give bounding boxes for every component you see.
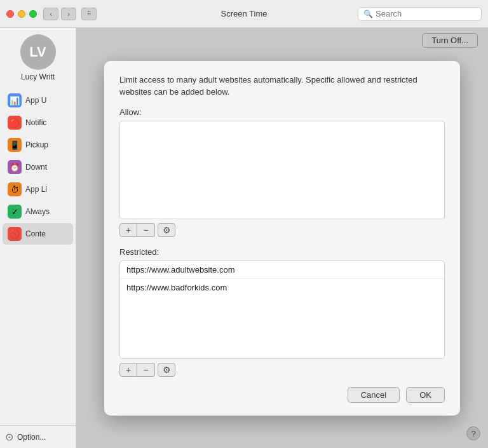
sidebar: LV Lucy Writt 📊App U🔴Notific📱Pickup⏰Down… — [0, 28, 76, 448]
restricted-gear-button[interactable]: ⚙ — [158, 363, 175, 377]
content-area: Turn Off... Limit access to many adult w… — [76, 28, 488, 448]
restricted-list[interactable]: https://www.adultwebsite.comhttps://www.… — [119, 261, 445, 359]
nav-buttons: ‹ › — [43, 8, 76, 20]
sidebar-item-content[interactable]: 🚫Conte — [3, 223, 73, 245]
close-button[interactable] — [6, 10, 14, 18]
back-button[interactable]: ‹ — [43, 8, 58, 20]
app-usage-icon: 📊 — [8, 93, 22, 107]
modal-buttons: Cancel OK — [119, 387, 445, 403]
restricted-list-controls: + − ⚙ — [119, 363, 445, 377]
search-icon: 🔍 — [363, 10, 373, 18]
restricted-label: Restricted: — [119, 247, 445, 257]
window-title: Screen Time — [221, 9, 268, 18]
app-limits-icon: ⏱ — [8, 182, 22, 196]
sidebar-label-downtime: Downt — [25, 163, 47, 172]
sidebar-item-app-usage[interactable]: 📊App U — [3, 90, 73, 111]
restricted-remove-button[interactable]: − — [137, 363, 155, 377]
sidebar-items: 📊App U🔴Notific📱Pickup⏰Downt⏱App Li✓Alway… — [0, 89, 76, 425]
search-input[interactable] — [376, 9, 476, 18]
modal-overlay: Limit access to many adult websites auto… — [76, 28, 488, 448]
downtime-icon: ⏰ — [8, 160, 22, 174]
cancel-button[interactable]: Cancel — [348, 387, 400, 403]
allow-gear-button[interactable]: ⚙ — [158, 223, 175, 237]
sidebar-label-pickups: Pickup — [25, 140, 48, 149]
modal-description: Limit access to many adult websites auto… — [119, 74, 445, 98]
user-name: Lucy Writt — [0, 72, 76, 81]
sidebar-item-notifications[interactable]: 🔴Notific — [3, 112, 73, 133]
sidebar-label-always-on: Always — [25, 207, 50, 216]
notifications-icon: 🔴 — [8, 116, 22, 130]
avatar: LV — [20, 34, 56, 70]
allow-remove-button[interactable]: − — [137, 223, 155, 237]
grid-button[interactable]: ⠿ — [81, 8, 97, 20]
sidebar-item-downtime[interactable]: ⏰Downt — [3, 156, 73, 178]
sidebar-item-always-on[interactable]: ✓Always — [3, 201, 73, 222]
sidebar-label-app-usage: App U — [25, 96, 46, 105]
sidebar-label-notifications: Notific — [25, 118, 46, 127]
search-box[interactable]: 🔍 — [358, 7, 482, 21]
list-item[interactable]: https://www.badforkids.com — [120, 279, 444, 296]
ok-button[interactable]: OK — [406, 387, 445, 403]
forward-button[interactable]: › — [61, 8, 76, 20]
restricted-add-button[interactable]: + — [119, 363, 137, 377]
sidebar-label-content: Conte — [25, 229, 46, 238]
maximize-button[interactable] — [29, 10, 37, 18]
list-item[interactable]: https://www.adultwebsite.com — [120, 261, 444, 279]
sidebar-item-pickups[interactable]: 📱Pickup — [3, 134, 73, 156]
always-on-icon: ✓ — [8, 205, 22, 219]
options-icon: ⊙ — [5, 431, 13, 443]
pickups-icon: 📱 — [8, 138, 22, 152]
allow-label: Allow: — [119, 107, 445, 117]
sidebar-item-app-limits[interactable]: ⏱App Li — [3, 179, 73, 200]
allow-add-button[interactable]: + — [119, 223, 137, 237]
allow-list-controls: + − ⚙ — [119, 223, 445, 237]
traffic-lights — [6, 10, 37, 18]
sidebar-label-app-limits: App Li — [25, 185, 47, 194]
sidebar-item-options[interactable]: ⊙ Option... — [0, 425, 76, 448]
modal-dialog: Limit access to many adult websites auto… — [104, 61, 460, 416]
main-layout: LV Lucy Writt 📊App U🔴Notific📱Pickup⏰Down… — [0, 28, 488, 448]
titlebar: ‹ › ⠿ Screen Time 🔍 — [0, 0, 488, 28]
content-icon: 🚫 — [8, 227, 22, 241]
allow-list[interactable] — [119, 121, 445, 219]
options-label: Option... — [17, 433, 46, 442]
minimize-button[interactable] — [18, 10, 25, 18]
